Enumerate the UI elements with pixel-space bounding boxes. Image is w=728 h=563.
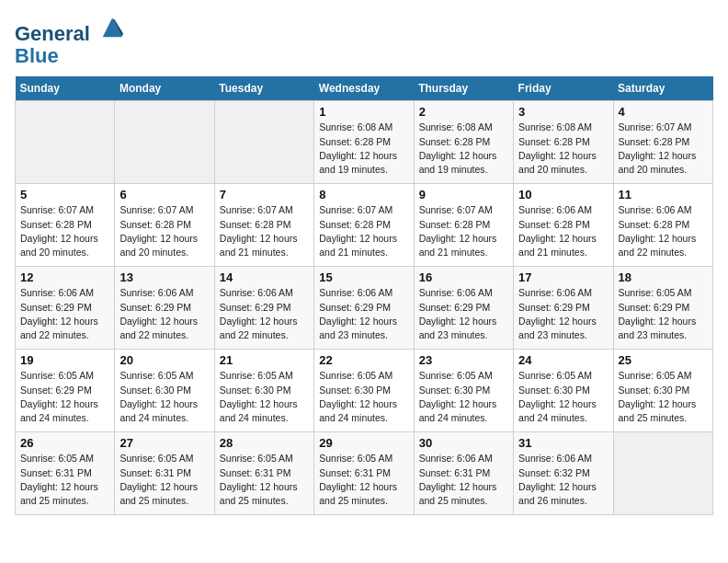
- day-header-sunday: Sunday: [16, 76, 115, 101]
- day-info: Sunrise: 6:07 AM Sunset: 6:28 PM Dayligh…: [220, 203, 309, 259]
- calendar-week-row: 12Sunrise: 6:06 AM Sunset: 6:29 PM Dayli…: [16, 267, 713, 350]
- day-info: Sunrise: 6:05 AM Sunset: 6:30 PM Dayligh…: [419, 369, 508, 425]
- day-number: 4: [619, 105, 708, 119]
- day-info: Sunrise: 6:06 AM Sunset: 6:32 PM Dayligh…: [518, 452, 608, 508]
- day-info: Sunrise: 6:07 AM Sunset: 6:28 PM Dayligh…: [619, 121, 708, 177]
- day-number: 9: [419, 188, 508, 201]
- day-info: Sunrise: 6:06 AM Sunset: 6:29 PM Dayligh…: [419, 286, 508, 342]
- day-info: Sunrise: 6:06 AM Sunset: 6:29 PM Dayligh…: [518, 286, 608, 342]
- calendar-cell: [214, 101, 313, 184]
- day-info: Sunrise: 6:05 AM Sunset: 6:31 PM Dayligh…: [220, 452, 309, 508]
- calendar-cell: 5Sunrise: 6:07 AM Sunset: 6:28 PM Daylig…: [16, 184, 115, 267]
- day-number: 7: [220, 188, 309, 201]
- day-header-wednesday: Wednesday: [314, 76, 414, 101]
- day-info: Sunrise: 6:06 AM Sunset: 6:29 PM Dayligh…: [319, 286, 408, 342]
- day-number: 16: [419, 270, 508, 284]
- calendar-cell: 9Sunrise: 6:07 AM Sunset: 6:28 PM Daylig…: [414, 184, 513, 267]
- day-number: 27: [119, 436, 209, 450]
- day-number: 10: [518, 188, 608, 201]
- calendar-cell: 28Sunrise: 6:05 AM Sunset: 6:31 PM Dayli…: [214, 432, 313, 515]
- day-header-saturday: Saturday: [613, 76, 712, 101]
- calendar-cell: [16, 101, 115, 184]
- day-number: 14: [220, 270, 309, 284]
- calendar-cell: [613, 432, 712, 515]
- page-header: General Blue: [15, 15, 713, 67]
- calendar-cell: 15Sunrise: 6:06 AM Sunset: 6:29 PM Dayli…: [314, 267, 414, 350]
- day-number: 26: [20, 436, 109, 450]
- calendar-cell: 21Sunrise: 6:05 AM Sunset: 6:30 PM Dayli…: [214, 350, 313, 432]
- calendar-week-row: 5Sunrise: 6:07 AM Sunset: 6:28 PM Daylig…: [16, 184, 713, 267]
- day-number: 15: [319, 270, 408, 284]
- day-number: 21: [220, 353, 309, 367]
- day-number: 11: [619, 188, 708, 201]
- day-info: Sunrise: 6:05 AM Sunset: 6:30 PM Dayligh…: [619, 369, 708, 425]
- calendar-table: SundayMondayTuesdayWednesdayThursdayFrid…: [15, 76, 713, 515]
- day-number: 17: [518, 270, 608, 284]
- day-header-thursday: Thursday: [414, 76, 513, 101]
- day-number: 5: [20, 188, 109, 201]
- day-info: Sunrise: 6:05 AM Sunset: 6:30 PM Dayligh…: [220, 369, 309, 425]
- day-number: 6: [119, 188, 209, 201]
- day-number: 2: [419, 105, 508, 119]
- day-number: 19: [20, 353, 109, 367]
- day-number: 29: [319, 436, 408, 450]
- logo-text-blue: Blue: [15, 45, 125, 67]
- calendar-cell: 16Sunrise: 6:06 AM Sunset: 6:29 PM Dayli…: [414, 267, 513, 350]
- day-info: Sunrise: 6:08 AM Sunset: 6:28 PM Dayligh…: [319, 121, 408, 177]
- day-number: 25: [619, 353, 708, 367]
- calendar-cell: 8Sunrise: 6:07 AM Sunset: 6:28 PM Daylig…: [314, 184, 414, 267]
- calendar-cell: 18Sunrise: 6:05 AM Sunset: 6:29 PM Dayli…: [613, 267, 712, 350]
- day-info: Sunrise: 6:07 AM Sunset: 6:28 PM Dayligh…: [319, 203, 408, 259]
- day-number: 18: [619, 270, 708, 284]
- calendar-cell: [115, 101, 214, 184]
- day-info: Sunrise: 6:05 AM Sunset: 6:31 PM Dayligh…: [119, 452, 209, 508]
- day-info: Sunrise: 6:05 AM Sunset: 6:29 PM Dayligh…: [20, 369, 109, 425]
- day-number: 28: [220, 436, 309, 450]
- day-info: Sunrise: 6:07 AM Sunset: 6:28 PM Dayligh…: [119, 203, 209, 259]
- day-number: 1: [319, 105, 408, 119]
- calendar-cell: 12Sunrise: 6:06 AM Sunset: 6:29 PM Dayli…: [16, 267, 115, 350]
- day-number: 8: [319, 188, 408, 201]
- calendar-cell: 31Sunrise: 6:06 AM Sunset: 6:32 PM Dayli…: [514, 432, 613, 515]
- day-info: Sunrise: 6:05 AM Sunset: 6:30 PM Dayligh…: [119, 369, 209, 425]
- day-info: Sunrise: 6:07 AM Sunset: 6:28 PM Dayligh…: [419, 203, 508, 259]
- day-number: 24: [518, 353, 608, 367]
- calendar-week-row: 19Sunrise: 6:05 AM Sunset: 6:29 PM Dayli…: [16, 350, 713, 432]
- calendar-cell: 3Sunrise: 6:08 AM Sunset: 6:28 PM Daylig…: [514, 101, 613, 184]
- calendar-cell: 7Sunrise: 6:07 AM Sunset: 6:28 PM Daylig…: [214, 184, 313, 267]
- calendar-cell: 27Sunrise: 6:05 AM Sunset: 6:31 PM Dayli…: [115, 432, 214, 515]
- day-info: Sunrise: 6:06 AM Sunset: 6:29 PM Dayligh…: [119, 286, 209, 342]
- day-number: 20: [119, 353, 209, 367]
- calendar-cell: 30Sunrise: 6:06 AM Sunset: 6:31 PM Dayli…: [414, 432, 513, 515]
- day-info: Sunrise: 6:07 AM Sunset: 6:28 PM Dayligh…: [20, 203, 109, 259]
- logo-icon: [99, 15, 125, 40]
- calendar-cell: 11Sunrise: 6:06 AM Sunset: 6:28 PM Dayli…: [613, 184, 712, 267]
- day-number: 12: [20, 270, 109, 284]
- calendar-cell: 26Sunrise: 6:05 AM Sunset: 6:31 PM Dayli…: [16, 432, 115, 515]
- day-info: Sunrise: 6:05 AM Sunset: 6:30 PM Dayligh…: [518, 369, 608, 425]
- day-info: Sunrise: 6:08 AM Sunset: 6:28 PM Dayligh…: [419, 121, 508, 177]
- calendar-cell: 25Sunrise: 6:05 AM Sunset: 6:30 PM Dayli…: [613, 350, 712, 432]
- day-number: 13: [119, 270, 209, 284]
- calendar-cell: 10Sunrise: 6:06 AM Sunset: 6:28 PM Dayli…: [514, 184, 613, 267]
- calendar-cell: 14Sunrise: 6:06 AM Sunset: 6:29 PM Dayli…: [214, 267, 313, 350]
- day-info: Sunrise: 6:06 AM Sunset: 6:31 PM Dayligh…: [419, 452, 508, 508]
- calendar-header-row: SundayMondayTuesdayWednesdayThursdayFrid…: [16, 76, 713, 101]
- calendar-cell: 29Sunrise: 6:05 AM Sunset: 6:31 PM Dayli…: [314, 432, 414, 515]
- calendar-week-row: 26Sunrise: 6:05 AM Sunset: 6:31 PM Dayli…: [16, 432, 713, 515]
- calendar-cell: 22Sunrise: 6:05 AM Sunset: 6:30 PM Dayli…: [314, 350, 414, 432]
- day-info: Sunrise: 6:06 AM Sunset: 6:28 PM Dayligh…: [518, 203, 608, 259]
- day-info: Sunrise: 6:05 AM Sunset: 6:31 PM Dayligh…: [20, 452, 109, 508]
- day-info: Sunrise: 6:06 AM Sunset: 6:29 PM Dayligh…: [220, 286, 309, 342]
- calendar-cell: 4Sunrise: 6:07 AM Sunset: 6:28 PM Daylig…: [613, 101, 712, 184]
- day-number: 22: [319, 353, 408, 367]
- day-number: 30: [419, 436, 508, 450]
- calendar-cell: 17Sunrise: 6:06 AM Sunset: 6:29 PM Dayli…: [514, 267, 613, 350]
- day-info: Sunrise: 6:05 AM Sunset: 6:29 PM Dayligh…: [619, 286, 708, 342]
- calendar-cell: 20Sunrise: 6:05 AM Sunset: 6:30 PM Dayli…: [115, 350, 214, 432]
- calendar-cell: 1Sunrise: 6:08 AM Sunset: 6:28 PM Daylig…: [314, 101, 414, 184]
- logo-text: General: [15, 15, 125, 45]
- calendar-cell: 13Sunrise: 6:06 AM Sunset: 6:29 PM Dayli…: [115, 267, 214, 350]
- calendar-cell: 2Sunrise: 6:08 AM Sunset: 6:28 PM Daylig…: [414, 101, 513, 184]
- day-info: Sunrise: 6:05 AM Sunset: 6:31 PM Dayligh…: [319, 452, 408, 508]
